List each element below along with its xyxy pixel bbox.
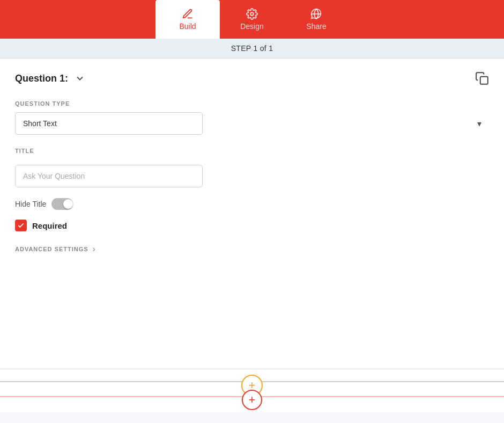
rocket-icon [310, 8, 322, 20]
tab-build[interactable]: Build [155, 0, 220, 39]
required-label: Required [32, 221, 67, 230]
top-nav: Build Design Share [0, 0, 504, 39]
question-type-select[interactable]: Short Text Long Text Multiple Choice Dro… [15, 112, 203, 135]
tab-design[interactable]: Design [220, 0, 284, 39]
tab-share-label: Share [306, 22, 326, 31]
tab-build-label: Build [179, 22, 196, 31]
chevron-right-icon: › [93, 244, 95, 254]
gear-icon [246, 8, 258, 20]
copy-icon[interactable] [475, 71, 489, 85]
tab-design-label: Design [240, 22, 264, 31]
advanced-settings-row[interactable]: ADVANCED SETTINGS › [15, 244, 489, 254]
plus-icon-red: + [249, 394, 256, 406]
title-label: TITLE [15, 148, 489, 154]
step-text: STEP 1 of 1 [231, 44, 273, 53]
tab-share[interactable]: Share [284, 0, 349, 39]
check-icon [17, 222, 25, 229]
question-header-left: Question 1: [15, 73, 85, 84]
question-type-dropdown-wrapper: Short Text Long Text Multiple Choice Dro… [15, 112, 489, 135]
svg-point-0 [250, 12, 254, 16]
svg-rect-1 [480, 77, 488, 84]
bottom-area: + + [0, 369, 504, 412]
advanced-settings-label: ADVANCED SETTINGS [15, 246, 88, 252]
question-type-label: QUESTION TYPE [15, 100, 489, 107]
chevron-down-icon[interactable] [75, 73, 85, 84]
required-checkbox[interactable] [15, 220, 27, 231]
question-label: Question 1: [15, 73, 68, 84]
hide-title-label: Hide Title [15, 200, 46, 208]
title-section: TITLE [15, 148, 489, 187]
main-content: Question 1: QUESTION TYPE Short Text Lon… [0, 58, 504, 369]
add-question-button-red[interactable]: + [242, 390, 262, 410]
dropdown-arrow-icon: ▾ [477, 119, 481, 129]
pencil-icon [182, 8, 194, 20]
title-input[interactable] [15, 165, 203, 187]
hide-title-toggle[interactable] [51, 198, 73, 210]
hide-title-row: Hide Title [15, 198, 489, 210]
question-header: Question 1: [15, 71, 489, 85]
step-bar: STEP 1 of 1 [0, 39, 504, 58]
required-row: Required [15, 220, 489, 231]
